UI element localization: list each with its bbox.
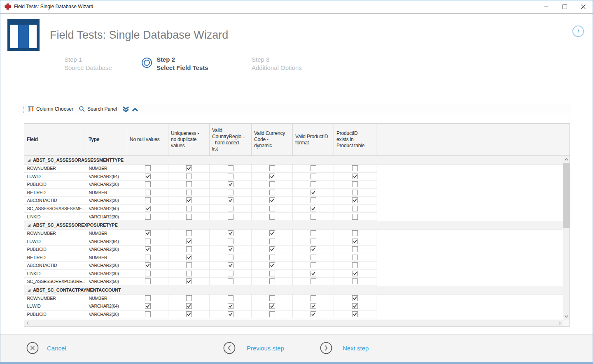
next-step-icon[interactable]: [320, 342, 332, 356]
field-row[interactable]: ROWNUMBERNUMBER: [24, 165, 377, 173]
checkbox-cell[interactable]: [252, 197, 293, 204]
checkbox-cell[interactable]: [334, 237, 376, 245]
checkbox-cell[interactable]: [127, 278, 168, 285]
checkbox-cell[interactable]: [168, 302, 210, 310]
checkbox-checked[interactable]: [311, 271, 316, 276]
checkbox-cell[interactable]: [210, 189, 252, 197]
checkbox-cell[interactable]: [168, 278, 210, 285]
checkbox-cell[interactable]: [127, 213, 168, 220]
expand-all-button[interactable]: [132, 106, 138, 112]
checkbox-cell[interactable]: [293, 311, 334, 318]
checkbox-unchecked[interactable]: [228, 295, 233, 301]
checkbox-checked[interactable]: [186, 303, 192, 309]
checkbox-unchecked[interactable]: [311, 295, 316, 301]
checkbox-unchecked[interactable]: [228, 278, 233, 284]
checkbox-checked[interactable]: [186, 278, 192, 284]
checkbox-checked[interactable]: [186, 197, 192, 203]
checkbox-unchecked[interactable]: [269, 206, 275, 211]
vertical-scrollbar-thumb[interactable]: [563, 163, 570, 228]
checkbox-unchecked[interactable]: [228, 214, 233, 220]
checkbox-unchecked[interactable]: [269, 181, 275, 187]
checkbox-cell[interactable]: [293, 302, 334, 310]
checkbox-cell[interactable]: [168, 262, 210, 269]
checkbox-cell[interactable]: [252, 270, 293, 278]
checkbox-unchecked[interactable]: [311, 262, 316, 268]
checkbox-cell[interactable]: [127, 181, 168, 188]
checkbox-unchecked[interactable]: [352, 246, 358, 252]
checkbox-checked[interactable]: [228, 197, 233, 203]
checkbox-checked[interactable]: [352, 295, 358, 301]
checkbox-unchecked[interactable]: [352, 262, 358, 268]
checkbox-checked[interactable]: [228, 181, 233, 187]
checkbox-unchecked[interactable]: [145, 278, 151, 284]
horizontal-scrollbar[interactable]: [24, 320, 563, 326]
checkbox-unchecked[interactable]: [186, 206, 192, 211]
checkbox-checked[interactable]: [186, 165, 192, 171]
checkbox-cell[interactable]: [252, 165, 293, 172]
checkbox-cell[interactable]: [168, 181, 210, 188]
checkbox-unchecked[interactable]: [311, 278, 316, 284]
checkbox-cell[interactable]: [168, 230, 210, 237]
minimize-button[interactable]: [537, 0, 556, 13]
column-header[interactable]: Uniqueness - no duplicate values: [168, 124, 210, 155]
vertical-scrollbar[interactable]: [563, 156, 570, 320]
checkbox-cell[interactable]: [293, 165, 334, 172]
checkbox-cell[interactable]: [210, 230, 252, 237]
checkbox-unchecked[interactable]: [269, 255, 275, 260]
checkbox-cell[interactable]: [293, 237, 334, 245]
checkbox-unchecked[interactable]: [228, 206, 233, 211]
field-row[interactable]: LUWIDVARCHAR2(64): [24, 302, 377, 311]
checkbox-cell[interactable]: [252, 246, 293, 253]
checkbox-unchecked[interactable]: [269, 311, 275, 317]
checkbox-cell[interactable]: [127, 302, 168, 310]
toolbar-gripper[interactable]: [23, 106, 25, 113]
checkbox-cell[interactable]: [293, 278, 334, 285]
checkbox-cell[interactable]: [293, 253, 334, 261]
checkbox-checked[interactable]: [186, 311, 192, 317]
checkbox-cell[interactable]: [293, 197, 334, 204]
checkbox-checked[interactable]: [311, 246, 316, 252]
column-header[interactable]: Valid CountryRegio... - hard coded list: [210, 124, 252, 155]
checkbox-cell[interactable]: [210, 173, 252, 181]
checkbox-checked[interactable]: [228, 303, 233, 309]
checkbox-cell[interactable]: [168, 197, 210, 204]
checkbox-cell[interactable]: [293, 230, 334, 237]
checkbox-cell[interactable]: [334, 278, 376, 285]
checkbox-unchecked[interactable]: [186, 246, 192, 252]
checkbox-cell[interactable]: [334, 253, 376, 261]
group-row[interactable]: ABST_SC_ASSESSORASSESSMENTTYPE: [24, 156, 563, 165]
checkbox-unchecked[interactable]: [145, 197, 151, 203]
info-icon[interactable]: i: [572, 26, 584, 37]
checkbox-checked[interactable]: [269, 303, 275, 309]
checkbox-cell[interactable]: [210, 181, 252, 188]
checkbox-checked[interactable]: [269, 246, 275, 252]
checkbox-cell[interactable]: [334, 213, 376, 220]
checkbox-unchecked[interactable]: [269, 190, 275, 195]
field-row[interactable]: RETIREDNUMBER: [24, 253, 377, 262]
checkbox-unchecked[interactable]: [186, 190, 192, 195]
checkbox-cell[interactable]: [293, 173, 334, 181]
field-row[interactable]: ABCONTACTIDVARCHAR2(20): [24, 262, 377, 270]
checkbox-cell[interactable]: [210, 262, 252, 269]
checkbox-checked[interactable]: [145, 303, 151, 309]
checkbox-cell[interactable]: [168, 189, 210, 197]
field-row[interactable]: PUBLICIDVARCHAR2(20): [24, 246, 377, 254]
checkbox-cell[interactable]: [168, 246, 210, 253]
checkbox-unchecked[interactable]: [269, 278, 275, 284]
checkbox-cell[interactable]: [210, 302, 252, 310]
checkbox-unchecked[interactable]: [145, 255, 151, 260]
checkbox-unchecked[interactable]: [311, 239, 316, 244]
checkbox-checked[interactable]: [269, 262, 275, 268]
checkbox-cell[interactable]: [334, 311, 376, 318]
checkbox-checked[interactable]: [145, 230, 151, 236]
checkbox-cell[interactable]: [210, 270, 252, 278]
field-row[interactable]: SC_ASSESSORASSESSME...VARCHAR2(50): [24, 205, 377, 213]
checkbox-unchecked[interactable]: [186, 214, 192, 220]
checkbox-unchecked[interactable]: [228, 174, 233, 179]
checkbox-cell[interactable]: [334, 181, 376, 188]
checkbox-checked[interactable]: [228, 246, 233, 252]
checkbox-checked[interactable]: [145, 206, 151, 211]
checkbox-unchecked[interactable]: [352, 190, 358, 195]
checkbox-cell[interactable]: [334, 262, 376, 269]
checkbox-cell[interactable]: [293, 270, 334, 278]
